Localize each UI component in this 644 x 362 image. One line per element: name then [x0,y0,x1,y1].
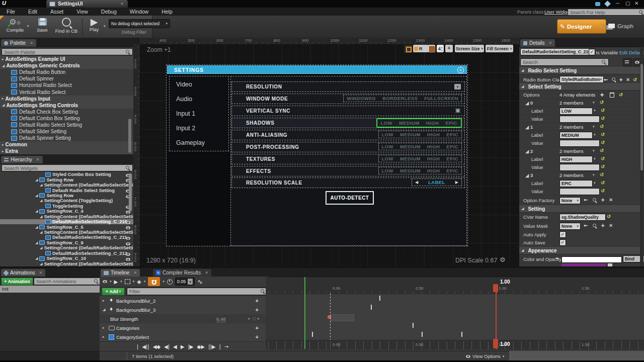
keyframe-tick[interactable] [461,332,462,337]
menu-file[interactable]: File [0,9,22,15]
hierarchy-item[interactable]: ◢Setting Row [0,193,133,198]
palette-widget-item[interactable]: Default Slider Setting [0,128,133,135]
radio-option[interactable]: HIGH [427,144,440,149]
option-entry-header[interactable]: ◢ 22 members▾↺ [519,147,639,155]
hierarchy-item[interactable]: ◢SettingContent (DefaultRadioSelectSetti [0,214,133,219]
prev-key-icon[interactable]: ◂ [248,316,250,321]
section-radio-select-setting[interactable]: ◢Radio Select Setting [519,67,640,74]
keyframe-tick[interactable] [379,296,380,301]
setting-row-window-mode[interactable]: WINDOW MODEWINDOWEDBORDERLESSFULLSCREEN [231,94,465,104]
hierarchy-item[interactable]: Default Radio Select Setting [0,188,133,193]
add-icon[interactable]: + [619,77,623,82]
chevron-collapsed-icon[interactable]: ▸ [103,326,105,330]
reset-icon[interactable]: ↺ [619,92,623,98]
hierarchy-scrollbar[interactable] [129,173,132,211]
hierarchy-item[interactable]: ◢SettingContent (ToggleSetting) [0,198,133,203]
section-select-setting[interactable]: ◢Select Setting [519,83,640,90]
hierarchy-item[interactable]: ◢SettingRow_C_5 [0,224,133,229]
designer-button[interactable]: ✎ Designer [557,19,606,34]
play-button[interactable]: ▶ Play [86,17,103,37]
clear-icon[interactable]: ✕ [609,197,613,203]
browse-to-icon[interactable]: ← [604,77,608,82]
timeline-track-row[interactable]: Blur Strength6.48◂○▸ [100,314,266,324]
palette-widget-item[interactable]: Default Spinner Setting [0,135,133,141]
hierarchy-search-input[interactable]: Search Widgets [2,164,133,171]
reset-icon[interactable]: ↺ [601,140,605,145]
playback-control-8[interactable]: ||▶ [208,344,215,349]
playhead-marker-bottom[interactable] [493,339,498,348]
search-asset-icon[interactable] [593,198,597,203]
snap-interval-stepper[interactable]: 0.05 ▾ [175,278,195,286]
hierarchy-item[interactable]: ◢SettingContent (DefaultRadioSelectSetti [0,230,133,235]
reset-icon[interactable]: ↺ [600,100,604,105]
radio-option-group[interactable]: WINDOWEDBORDERLESSFULLSCREEN [343,95,462,102]
maximize-button[interactable]: ▢ [625,1,630,6]
visibility-toggle[interactable] [126,257,130,261]
add-key-icon[interactable]: + [256,325,259,331]
setting-row-resolution[interactable]: RESOLUTION▾ [231,81,465,92]
add-key-icon[interactable]: ○ [253,316,256,321]
radio-option[interactable]: HIGH [427,156,440,161]
playback-control-6[interactable]: |▶ [188,344,194,349]
radio-option[interactable]: BORDERLESS [382,96,418,101]
minimize-button[interactable]: ─ [616,1,619,6]
timeline-track-row[interactable]: ▸Categories+ [100,323,266,333]
auto-apply-checkbox[interactable]: ✓ [559,231,566,238]
tab-close-icon[interactable]: ✕ [120,2,124,6]
reset-icon[interactable]: ↺ [600,124,604,129]
tab-close-icon[interactable]: ✕ [36,157,40,162]
visibility-toggle[interactable] [126,252,130,256]
radio-option[interactable]: LOW [382,168,393,173]
keyframe-section-bar[interactable] [331,314,354,321]
option-value-field[interactable] [559,188,600,195]
tab-animations[interactable]: Animations✕ [1,269,45,277]
option-label-field[interactable]: EPIC [559,180,593,187]
dpi-settings-gear-icon[interactable]: ⚙ [500,256,506,263]
chevron-down-icon[interactable]: ▾ [594,157,596,161]
find-in-cb-button[interactable]: Find in CB [53,18,79,37]
option-value-field[interactable] [559,140,600,147]
timeline-track-area[interactable]: 0.000.501.001.50 0.000.501.001.50 1.00 1… [266,277,644,349]
palette-widget-item[interactable]: Default Combo Box Setting [0,115,133,122]
tab-close-icon[interactable]: ✕ [205,270,208,275]
arrow-right-icon[interactable]: ▶ [455,180,458,185]
palette-widget-item[interactable]: Default Radio Select Setting [0,122,133,128]
radio-option-group[interactable]: LOWMEDIUMHIGHEPIC [376,118,462,128]
palette-category[interactable]: ◢AutoSettings Generic Controls [0,62,133,69]
preview-title-bar[interactable]: SETTINGS ✕ [167,65,467,74]
reset-icon[interactable]: ↺ [601,164,605,169]
animations-search-input[interactable]: Search Animations [34,278,101,285]
viewport-cube-icon[interactable] [604,1,611,7]
grid-snap-button[interactable] [428,45,435,52]
chevron-expanded-icon[interactable]: ◢ [103,308,105,312]
preview-menu-item[interactable]: Gameplay [176,139,205,146]
option-label-field[interactable]: HIGH [559,156,593,163]
track-filter-input[interactable]: Filter [127,288,268,295]
setting-row-vertical-sync[interactable]: VERTICAL SYNC [231,106,465,116]
curve-editor-icon[interactable]: ∿ [197,278,203,286]
playback-control-10[interactable]: → [224,344,228,349]
details-search-input[interactable]: Search [520,58,609,66]
radio-option[interactable]: EPIC [445,120,457,126]
hierarchy-item[interactable]: ◢Setting Row [0,177,133,182]
reset-icon[interactable]: ↺ [601,188,605,194]
preview-category-menu[interactable]: VideoAudioInput 1Input 2Gameplay [169,76,229,151]
cvar-name-field[interactable]: sg.ShadowQuality [559,214,606,221]
radio-option[interactable]: EPIC [446,156,458,161]
palette-widget-item[interactable]: Default Radio Button [0,69,133,75]
preview-menu-item[interactable]: Input 2 [176,125,195,132]
visibility-toggle[interactable] [126,241,130,245]
browse-to-icon[interactable]: ← [584,197,588,203]
playback-control-1[interactable]: ◀|| [142,344,149,349]
timeline-track-row[interactable]: ▸CategorySelect+ [100,332,266,342]
keyframe-tick[interactable] [312,332,313,337]
hierarchy-item[interactable]: ToggleSetting [0,204,133,209]
preview-menu-item[interactable]: Input 1 [176,110,195,117]
option-label-field[interactable]: LOW [559,108,593,115]
checkbox-icon[interactable] [455,108,460,113]
playback-control-9[interactable]: | [219,344,220,349]
designer-canvas[interactable]: 4005006007008009001000110012001300140015… [133,38,519,266]
timeline-ruler-bottom[interactable]: 0.000.501.001.50 [266,340,644,349]
playhead-marker-top[interactable] [493,284,498,292]
view-options-button[interactable]: View Options ▾ [466,352,504,360]
